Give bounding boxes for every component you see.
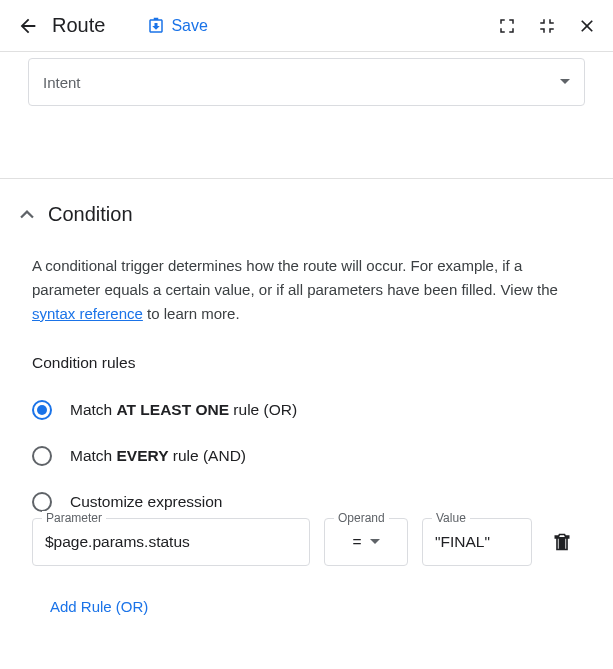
radio-icon: [32, 400, 52, 420]
fullscreen-icon: [498, 17, 516, 35]
condition-header[interactable]: Condition: [20, 203, 593, 226]
radio-icon: [32, 446, 52, 466]
back-button[interactable]: [16, 14, 40, 38]
header-left: Route: [16, 14, 105, 38]
radio-match-or[interactable]: Match AT LEAST ONE rule (OR): [32, 400, 581, 420]
trash-icon: [552, 531, 572, 553]
condition-body: A conditional trigger determines how the…: [20, 226, 593, 615]
value-label: Value: [432, 511, 470, 525]
rule-row: Parameter Operand = Value: [32, 518, 581, 566]
radio-label-and: Match EVERY rule (AND): [70, 447, 246, 465]
close-button[interactable]: [577, 16, 597, 36]
collapse-button[interactable]: [537, 16, 557, 36]
delete-rule-button[interactable]: [550, 518, 574, 566]
condition-radio-group: Match AT LEAST ONE rule (OR) Match EVERY…: [32, 400, 581, 512]
arrow-left-icon: [17, 15, 39, 37]
condition-title: Condition: [48, 203, 133, 226]
chevron-up-icon: [20, 210, 34, 219]
radio-label-custom: Customize expression: [70, 493, 222, 511]
radio-icon: [32, 492, 52, 512]
intent-placeholder: Intent: [43, 74, 81, 91]
fullscreen-exit-icon: [538, 17, 556, 35]
condition-section: Condition A conditional trigger determin…: [0, 179, 613, 615]
radio-customize[interactable]: Customize expression: [32, 492, 581, 512]
condition-description: A conditional trigger determines how the…: [32, 254, 581, 326]
page-title: Route: [52, 14, 105, 37]
add-rule-button[interactable]: Add Rule (OR): [50, 598, 581, 615]
dropdown-arrow-icon: [370, 539, 380, 545]
value-input[interactable]: [422, 518, 532, 566]
save-button[interactable]: Save: [147, 17, 207, 35]
syntax-reference-link[interactable]: syntax reference: [32, 305, 143, 322]
condition-rules-heading: Condition rules: [32, 354, 581, 372]
header: Route Save: [0, 0, 613, 52]
save-icon: [147, 17, 165, 35]
operand-label: Operand: [334, 511, 389, 525]
save-label: Save: [171, 17, 207, 35]
radio-label-or: Match AT LEAST ONE rule (OR): [70, 401, 297, 419]
close-icon: [577, 16, 597, 36]
operand-field: Operand =: [324, 518, 408, 566]
dropdown-arrow-icon: [560, 79, 570, 85]
intent-dropdown[interactable]: Intent: [28, 58, 585, 106]
parameter-input[interactable]: [32, 518, 310, 566]
expand-button[interactable]: [497, 16, 517, 36]
header-right: [497, 16, 597, 36]
parameter-label: Parameter: [42, 511, 106, 525]
radio-match-and[interactable]: Match EVERY rule (AND): [32, 446, 581, 466]
operand-select[interactable]: =: [324, 518, 408, 566]
parameter-field: Parameter: [32, 518, 310, 566]
value-field: Value: [422, 518, 532, 566]
operand-value: =: [352, 533, 361, 551]
